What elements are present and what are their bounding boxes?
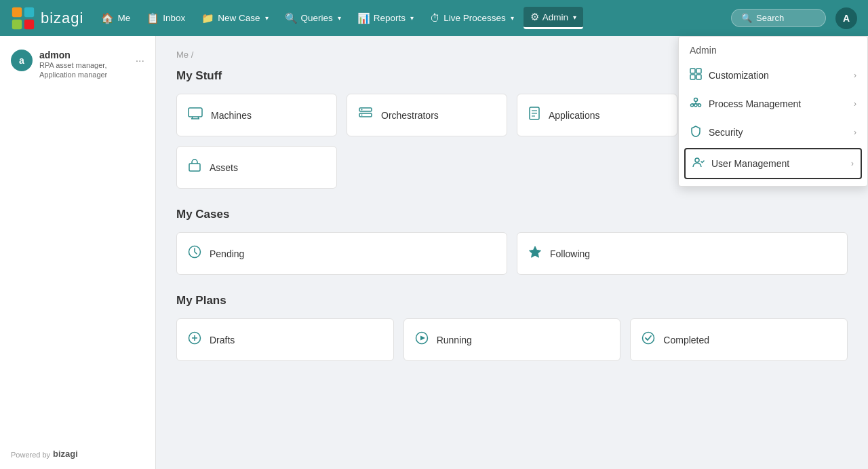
svg-point-9 — [691, 104, 694, 107]
sidebar-user-info: a admon RPA asset manager, Application m… — [11, 50, 144, 80]
search-icon: 🔍 — [741, 13, 752, 23]
nav-reports[interactable]: 📊 Reports ▾ — [351, 8, 420, 29]
svg-rect-31 — [189, 164, 200, 171]
breadcrumb-me-link[interactable]: Me — [176, 50, 189, 60]
breadcrumb-separator: / — [191, 50, 194, 60]
running-icon — [415, 331, 429, 348]
user-management-chevron: › — [851, 159, 854, 168]
card-following[interactable]: Following — [517, 232, 848, 275]
new-case-icon: 📁 — [201, 12, 214, 24]
card-applications[interactable]: Applications — [517, 94, 677, 136]
security-icon — [690, 125, 702, 140]
machines-icon — [188, 107, 203, 123]
security-chevron: › — [854, 128, 856, 137]
my-plans-grid: Drafts Running Completed — [176, 318, 848, 361]
powered-by: Powered by bizagi — [11, 448, 90, 461]
customization-icon — [690, 68, 702, 83]
dropdown-security[interactable]: Security › — [679, 118, 867, 147]
sidebar-more-options[interactable]: ... — [136, 52, 144, 64]
admin-arrow: ▾ — [573, 14, 576, 21]
process-management-icon — [690, 96, 702, 111]
reports-icon: 📊 — [357, 12, 370, 24]
following-icon — [528, 245, 542, 262]
admin-dropdown-header: Admin — [679, 37, 867, 61]
admin-icon: ⚙ — [530, 11, 539, 23]
card-machines[interactable]: Machines — [176, 94, 337, 136]
pending-icon — [188, 245, 201, 262]
top-navigation: bizagi 🏠 Me 📋 Inbox 📁 New Case ▾ 🔍 Queri… — [0, 0, 868, 36]
svg-rect-6 — [690, 75, 695, 79]
home-icon: 🏠 — [101, 12, 114, 24]
drafts-label: Drafts — [210, 335, 235, 345]
nav-admin[interactable]: ⚙ Admin ▾ — [524, 7, 583, 29]
svg-point-11 — [694, 104, 697, 107]
svg-point-8 — [694, 98, 698, 102]
nav-live-processes[interactable]: ⏱ Live Processes ▾ — [423, 8, 521, 28]
live-processes-icon: ⏱ — [430, 12, 440, 24]
live-processes-arrow: ▾ — [511, 14, 514, 22]
dropdown-customization[interactable]: Customization › — [679, 61, 867, 90]
my-cases-title: My Cases — [176, 208, 848, 221]
customization-chevron: › — [854, 71, 856, 80]
sidebar-username: admon — [39, 50, 129, 60]
queries-icon: 🔍 — [285, 12, 298, 24]
svg-rect-5 — [696, 69, 701, 73]
dropdown-process-management[interactable]: Process Management › — [679, 90, 867, 118]
svg-rect-3 — [24, 19, 34, 29]
card-drafts[interactable]: Drafts — [176, 318, 394, 361]
sidebar-avatar: a — [11, 50, 33, 71]
nav-me[interactable]: 🏠 Me — [94, 8, 137, 29]
svg-point-40 — [643, 333, 654, 344]
card-running[interactable]: Running — [403, 318, 621, 361]
assets-icon — [188, 159, 201, 176]
svg-point-24 — [361, 115, 363, 116]
nav-inbox[interactable]: 📋 Inbox — [140, 8, 192, 29]
applications-label: Applications — [549, 110, 600, 121]
orchestrators-label: Orchestrators — [381, 110, 439, 121]
svg-rect-17 — [189, 108, 202, 117]
svg-rect-7 — [696, 75, 701, 79]
svg-rect-4 — [690, 69, 695, 73]
inbox-icon: 📋 — [146, 12, 159, 24]
card-completed[interactable]: Completed — [630, 318, 848, 361]
running-label: Running — [437, 335, 472, 345]
reports-arrow: ▾ — [410, 14, 414, 22]
svg-text:bizagi: bizagi — [53, 449, 78, 459]
svg-point-23 — [361, 109, 363, 111]
card-orchestrators[interactable]: Orchestrators — [347, 94, 507, 136]
user-avatar[interactable]: A — [835, 7, 857, 29]
sidebar-role: RPA asset manager, Application manager — [39, 60, 129, 80]
drafts-icon — [188, 331, 201, 348]
pending-label: Pending — [210, 248, 244, 259]
process-management-chevron: › — [854, 99, 856, 109]
nav-queries[interactable]: 🔍 Queries ▾ — [278, 8, 348, 29]
logo[interactable]: bizagi — [11, 6, 83, 31]
svg-point-15 — [695, 158, 699, 162]
completed-label: Completed — [663, 335, 709, 345]
assets-label: Assets — [210, 162, 238, 173]
svg-rect-0 — [12, 7, 22, 16]
card-assets[interactable]: Assets — [176, 146, 337, 189]
applications-icon — [528, 107, 540, 124]
completed-icon — [642, 331, 655, 348]
svg-rect-1 — [24, 7, 34, 16]
powered-bizagi-brand: bizagi — [53, 448, 90, 461]
svg-point-10 — [698, 104, 701, 107]
following-label: Following — [550, 248, 590, 259]
svg-marker-39 — [420, 336, 425, 341]
logo-text: bizagi — [41, 10, 83, 27]
machines-label: Machines — [211, 110, 252, 121]
queries-arrow: ▾ — [338, 14, 341, 22]
my-cases-grid: Pending Following — [176, 232, 848, 275]
search-box[interactable]: 🔍 Search — [731, 9, 826, 27]
svg-marker-33 — [530, 246, 541, 257]
new-case-arrow: ▾ — [265, 14, 269, 22]
admin-dropdown: Admin Customization › Process Management… — [678, 36, 868, 187]
my-plans-title: My Plans — [176, 294, 848, 307]
orchestrators-icon — [358, 107, 373, 123]
user-management-icon — [692, 156, 705, 171]
card-pending[interactable]: Pending — [176, 232, 507, 275]
sidebar: a admon RPA asset manager, Application m… — [0, 36, 156, 469]
dropdown-user-management[interactable]: User Management › — [684, 148, 862, 179]
nav-new-case[interactable]: 📁 New Case ▾ — [195, 8, 275, 29]
